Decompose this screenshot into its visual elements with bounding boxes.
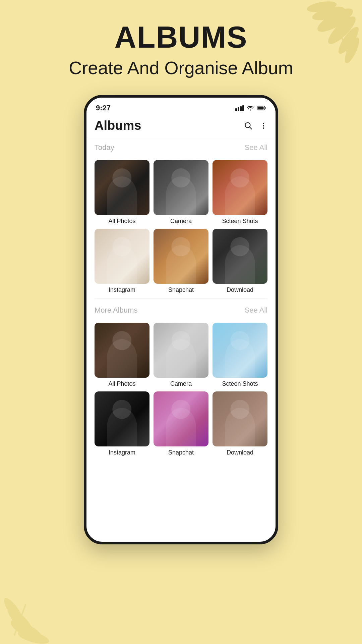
- more-albums-label: More Albums: [95, 306, 137, 315]
- album-item-screenshots[interactable]: Scteen Shots: [213, 160, 267, 225]
- svg-line-15: [250, 127, 252, 129]
- wifi-icon: [247, 105, 254, 111]
- section-divider: [95, 298, 267, 299]
- status-time: 9:27: [96, 104, 111, 112]
- signal-bars-icon: [235, 105, 244, 111]
- today-album-grid: All Photos Camera Scteen Shots: [86, 160, 276, 297]
- svg-point-18: [263, 127, 264, 129]
- status-bar: 9:27: [86, 98, 276, 116]
- page-header: ALBUMS Create And Organise Album: [0, 0, 362, 92]
- svg-point-17: [263, 125, 264, 126]
- album-name-camera: Camera: [170, 218, 192, 225]
- album-thumb-all-photos: [95, 160, 149, 215]
- page-title: ALBUMS: [0, 20, 362, 55]
- more-album-item-instagram[interactable]: Instagram: [95, 391, 149, 456]
- app-header: Albums: [86, 116, 276, 137]
- more-album-item-snapchat[interactable]: Snapchat: [154, 391, 208, 456]
- more-album-name-camera: Camera: [170, 380, 192, 387]
- more-albums-grid: All Photos Camera Scteen Shots: [86, 323, 276, 460]
- phone-mockup: 9:27: [84, 95, 278, 544]
- more-album-name-all-photos: All Photos: [108, 380, 135, 387]
- phone-content: Today See All All Photos Camera: [86, 137, 276, 460]
- battery-icon: [257, 105, 266, 111]
- album-name-download: Download: [227, 286, 253, 293]
- more-album-name-instagram: Instagram: [109, 449, 135, 456]
- more-album-thumb-download: [213, 391, 267, 446]
- more-album-thumb-snapchat: [154, 391, 208, 446]
- album-thumb-screenshots: [213, 160, 267, 215]
- album-item-snapchat[interactable]: Snapchat: [154, 229, 208, 293]
- search-button[interactable]: [244, 121, 253, 130]
- svg-point-16: [263, 123, 264, 124]
- more-albums-section-header: More Albums See All: [86, 300, 276, 323]
- album-item-camera[interactable]: Camera: [154, 160, 208, 225]
- album-item-all-photos[interactable]: All Photos: [95, 160, 149, 225]
- album-name-all-photos: All Photos: [108, 218, 135, 225]
- more-album-item-camera[interactable]: Camera: [154, 323, 208, 387]
- more-album-name-screenshots: Scteen Shots: [222, 380, 258, 387]
- album-thumb-instagram: [95, 229, 149, 284]
- album-name-snapchat: Snapchat: [168, 286, 194, 293]
- album-name-screenshots: Scteen Shots: [222, 218, 258, 225]
- page-subtitle: Create And Organise Album: [0, 57, 362, 78]
- album-thumb-download: [213, 229, 267, 284]
- album-thumb-camera: [154, 160, 208, 215]
- album-thumb-snapchat: [154, 229, 208, 284]
- svg-rect-13: [258, 107, 264, 110]
- more-album-thumb-camera: [154, 323, 208, 378]
- more-menu-button[interactable]: [259, 122, 267, 130]
- more-album-item-screenshots[interactable]: Scteen Shots: [213, 323, 267, 387]
- more-album-name-download: Download: [227, 449, 253, 456]
- more-album-thumb-screenshots: [213, 323, 267, 378]
- album-item-download[interactable]: Download: [213, 229, 267, 293]
- today-see-all[interactable]: See All: [245, 143, 268, 152]
- more-album-name-snapchat: Snapchat: [168, 449, 194, 456]
- phone-container: 9:27: [0, 92, 362, 544]
- today-section-header: Today See All: [86, 137, 276, 160]
- today-label: Today: [95, 143, 114, 152]
- more-album-thumb-instagram: [95, 391, 149, 446]
- more-album-item-all-photos[interactable]: All Photos: [95, 323, 149, 387]
- header-actions: [244, 121, 267, 130]
- more-album-item-download[interactable]: Download: [213, 391, 267, 456]
- album-item-instagram[interactable]: Instagram: [95, 229, 149, 293]
- status-icons: [235, 105, 266, 111]
- more-album-thumb-all-photos: [95, 323, 149, 378]
- more-albums-see-all[interactable]: See All: [245, 306, 268, 315]
- app-header-title: Albums: [95, 118, 141, 133]
- album-name-instagram: Instagram: [109, 286, 135, 293]
